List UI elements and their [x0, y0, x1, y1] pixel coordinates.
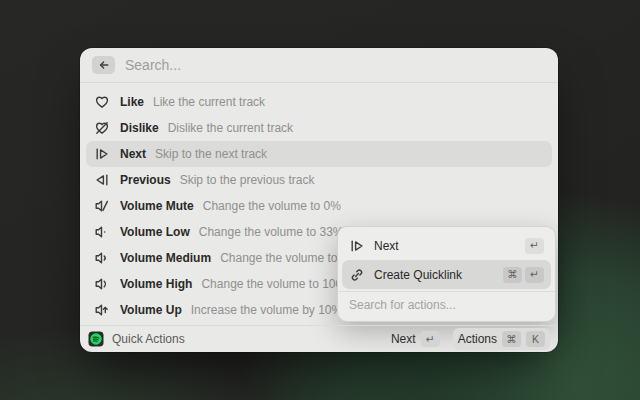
list-item[interactable]: Dislike Dislike the current track	[86, 115, 552, 141]
list-item-subtitle: Like the current track	[153, 95, 265, 109]
actions-menu-button[interactable]: Actions ⌘ K	[453, 328, 550, 350]
primary-action-button[interactable]: Next ↵	[386, 328, 445, 350]
list-item[interactable]: Volume Mute Change the volume to 0%	[86, 193, 552, 219]
step-back-icon	[94, 172, 110, 188]
spotify-icon	[88, 331, 104, 347]
list-item-title: Like	[120, 95, 144, 109]
app-label: Quick Actions	[112, 332, 185, 346]
step-forward-icon	[94, 146, 110, 162]
list-item[interactable]: Next Skip to the next track	[86, 141, 552, 167]
command-key: ⌘	[502, 331, 521, 347]
popup-search-input[interactable]	[342, 293, 551, 317]
k-key: K	[526, 331, 545, 347]
popup-item-label: Next	[374, 239, 399, 253]
quick-actions-window: Like Like the current track Dislike Disl…	[80, 48, 558, 352]
search-bar	[80, 48, 558, 83]
volume-mute-icon	[94, 198, 110, 214]
volume-up-icon	[94, 302, 110, 318]
heart-off-icon	[94, 120, 110, 136]
list-item-title: Dislike	[120, 121, 159, 135]
list-item-title: Previous	[120, 173, 171, 187]
return-key: ↵	[525, 238, 544, 254]
popup-item-next[interactable]: Next ↵	[342, 231, 551, 260]
list-item-title: Volume Mute	[120, 199, 194, 213]
command-key: ⌘	[503, 267, 522, 283]
list-item[interactable]: Like Like the current track	[86, 89, 552, 115]
list-item-subtitle: Change the volume to 33%	[199, 225, 344, 239]
search-input[interactable]	[125, 57, 546, 73]
list-item-subtitle: Change the volume to 0%	[203, 199, 341, 213]
list-item-title: Volume Up	[120, 303, 182, 317]
volume-high-icon	[94, 276, 110, 292]
popup-item-create-quicklink[interactable]: Create Quicklink ⌘ ↵	[342, 260, 551, 289]
desktop-background: Like Like the current track Dislike Disl…	[0, 0, 640, 400]
return-key: ↵	[421, 331, 440, 347]
heart-icon	[94, 94, 110, 110]
list-item-subtitle: Skip to the next track	[155, 147, 267, 161]
list-item-title: Volume Low	[120, 225, 190, 239]
back-button[interactable]	[92, 56, 115, 74]
return-key: ↵	[525, 267, 544, 283]
volume-medium-icon	[94, 250, 110, 266]
list-item-subtitle: Skip to the previous track	[180, 173, 315, 187]
popup-item-label: Create Quicklink	[374, 268, 462, 282]
list-item-subtitle: Dislike the current track	[168, 121, 293, 135]
footer-bar: Quick Actions Next ↵ Actions ⌘ K	[80, 325, 558, 352]
list-item-subtitle: Change the volume to 100%	[201, 277, 352, 291]
arrow-left-icon	[98, 59, 110, 71]
popup-divider	[338, 291, 555, 292]
list-item-subtitle: Increase the volume by 10%	[191, 303, 342, 317]
step-forward-icon	[349, 238, 365, 254]
volume-low-icon	[94, 224, 110, 240]
actions-popup: Next ↵ Create Quicklink ⌘ ↵	[337, 226, 556, 322]
link-icon	[349, 267, 365, 283]
list-item-title: Volume High	[120, 277, 192, 291]
list-item[interactable]: Previous Skip to the previous track	[86, 167, 552, 193]
list-item-title: Volume Medium	[120, 251, 211, 265]
list-item-title: Next	[120, 147, 146, 161]
